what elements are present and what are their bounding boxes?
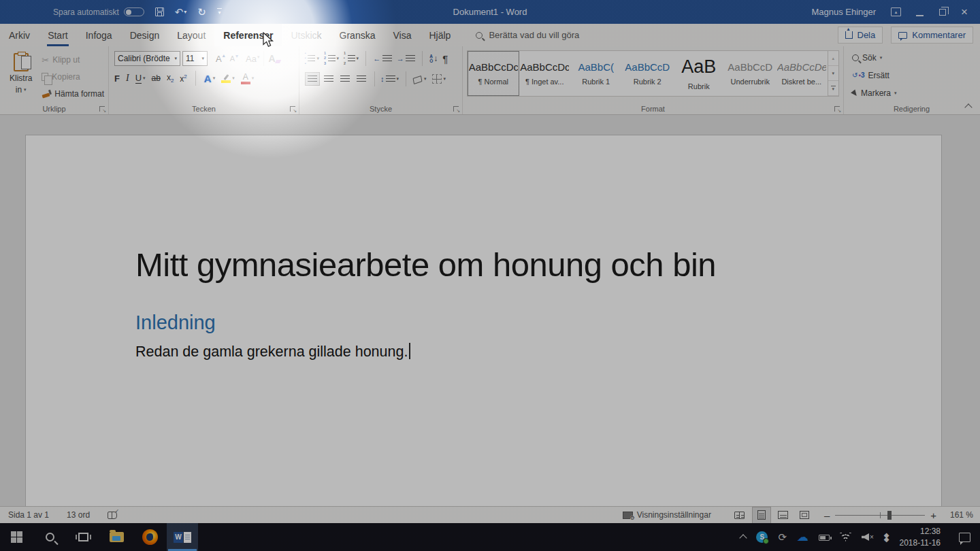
style-rubrik-2[interactable]: AaBbCcDRubrik 2 <box>622 51 674 96</box>
strikethrough-button[interactable]: ab <box>152 73 161 83</box>
grow-font-button[interactable]: A▴ <box>216 54 225 63</box>
share-button[interactable]: Dela <box>838 27 883 44</box>
italic-button[interactable]: I <box>126 73 129 84</box>
wifi-icon[interactable] <box>840 533 851 541</box>
copy-button[interactable]: Kopiera <box>42 70 104 84</box>
restore-button[interactable] <box>939 9 946 16</box>
user-name[interactable]: Magnus Ehinger <box>811 7 876 17</box>
undo-dropdown-icon[interactable]: ▾ <box>184 10 186 15</box>
styles-scroll-down-button[interactable]: ▾ <box>828 66 839 81</box>
undo-button[interactable]: ↶▾ <box>175 7 187 17</box>
show-formatting-marks-button[interactable]: ¶ <box>442 53 448 65</box>
action-center-icon[interactable] <box>959 533 970 542</box>
file-explorer-button[interactable] <box>100 523 133 551</box>
task-view-button[interactable] <box>67 523 100 551</box>
tab-design[interactable]: Design <box>121 24 169 46</box>
cut-button[interactable]: ✂Klipp ut <box>42 53 104 67</box>
increase-indent-button[interactable]: → <box>397 55 416 63</box>
clipboard-dialog-launcher[interactable]: ↘ <box>99 106 105 112</box>
highlight-button[interactable]: ▾ <box>221 71 235 86</box>
battery-icon[interactable] <box>819 535 830 541</box>
onedrive-icon[interactable]: ☁ <box>797 531 808 543</box>
tab-arkiv[interactable]: Arkiv <box>0 24 39 46</box>
minimize-button[interactable] <box>916 8 924 16</box>
shading-button[interactable]: ▾ <box>413 71 427 86</box>
save-icon[interactable] <box>155 7 164 16</box>
styles-dialog-launcher[interactable]: ↘ <box>834 106 840 112</box>
subscript-button[interactable]: x2 <box>167 73 174 84</box>
display-settings-button[interactable]: Visningsinställningar <box>623 510 711 520</box>
bold-button[interactable]: F <box>114 73 120 84</box>
tab-visa[interactable]: Visa <box>384 24 420 46</box>
bullets-button[interactable]: ▪▪▪▾ <box>305 51 319 66</box>
zoom-in-button[interactable]: + <box>925 510 942 520</box>
style-diskret[interactable]: AaBbCcDeDiskret be... <box>776 51 828 96</box>
clear-formatting-button[interactable]: A <box>268 53 275 64</box>
read-mode-button[interactable] <box>730 507 749 524</box>
decrease-indent-button[interactable]: ← <box>373 55 392 63</box>
font-dialog-launcher[interactable]: ↘ <box>290 106 295 112</box>
tray-expand-icon[interactable] <box>740 534 747 541</box>
format-painter-button[interactable]: Hämta format <box>42 86 104 101</box>
document-title[interactable]: Mitt gymnasiearbete om honung och bin <box>135 246 914 284</box>
multilevel-list-button[interactable]: 1▪2▾ <box>344 51 359 66</box>
font-name-select[interactable]: Calibri (Brödte▾ <box>114 51 180 66</box>
underline-button[interactable]: U▾ <box>135 71 146 86</box>
sync-icon[interactable]: ⟳ <box>778 532 787 542</box>
ribbon-display-options-button[interactable]: ▴ <box>891 7 901 16</box>
style-underrubrik[interactable]: AaBbCcDUnderrubrik <box>725 51 777 96</box>
tab-hjalp[interactable]: Hjälp <box>420 24 459 46</box>
tab-referenser[interactable]: Referenser <box>214 24 282 46</box>
firefox-button[interactable] <box>133 523 167 551</box>
page-count[interactable]: Sida 1 av 1 <box>8 510 49 520</box>
taskbar-clock[interactable]: 12:382018-11-16 <box>900 526 941 548</box>
autosave-toggle[interactable]: Spara automatiskt <box>53 7 144 17</box>
document-heading[interactable]: Inledning <box>135 312 941 334</box>
style-no-spacing[interactable]: AaBbCcDc¶ Inget av... <box>519 51 571 96</box>
numbering-button[interactable]: 123▾ <box>324 51 339 66</box>
paste-dropdown-icon[interactable]: ▾ <box>24 87 27 93</box>
select-button[interactable]: Markera▾ <box>852 86 977 101</box>
tab-granska[interactable]: Granska <box>331 24 385 46</box>
styles-scroll-up-button[interactable]: ▴ <box>828 51 839 66</box>
zoom-percentage[interactable]: 161 % <box>942 510 973 520</box>
tab-infoga[interactable]: Infoga <box>77 24 121 46</box>
align-center-button[interactable] <box>321 72 336 86</box>
proofing-icon[interactable] <box>108 512 117 519</box>
zoom-out-button[interactable]: – <box>819 510 835 520</box>
font-size-select[interactable]: 11▾ <box>182 51 208 66</box>
line-spacing-button[interactable]: ↕▾ <box>380 76 399 83</box>
superscript-button[interactable]: x2 <box>180 73 186 84</box>
paste-button[interactable]: Klistra in▾ <box>7 52 35 101</box>
word-taskbar-button[interactable]: W <box>167 523 198 551</box>
find-button[interactable]: Sök▾ <box>852 50 977 65</box>
document-page[interactable]: Mitt gymnasiearbete om honung och bin In… <box>25 135 942 506</box>
align-right-button[interactable] <box>338 72 353 86</box>
justify-button[interactable] <box>354 72 369 86</box>
skype-icon[interactable]: S <box>756 531 768 543</box>
volume-muted-icon[interactable]: × <box>862 533 874 541</box>
align-left-button[interactable] <box>305 72 320 86</box>
shrink-font-button[interactable]: A▾ <box>230 55 238 63</box>
borders-button[interactable]: ▾ <box>432 71 446 86</box>
tab-start[interactable]: Start <box>39 24 77 46</box>
autosave-toggle-switch[interactable] <box>124 7 144 16</box>
styles-more-button[interactable]: ▾ <box>828 81 839 96</box>
text-effects-button[interactable]: A▾ <box>204 71 215 86</box>
style-rubrik-1[interactable]: AaBbC(Rubrik 1 <box>570 51 622 96</box>
redo-button[interactable]: ↻ <box>197 7 206 17</box>
style-rubrik[interactable]: AaBRubrik <box>673 51 725 96</box>
word-count[interactable]: 13 ord <box>67 510 90 520</box>
zoom-slider[interactable] <box>835 515 925 516</box>
dropbox-icon[interactable]: ◆◆ <box>884 533 889 541</box>
paragraph-dialog-launcher[interactable]: ↘ <box>453 106 459 112</box>
close-button[interactable]: × <box>961 6 968 18</box>
customize-qat-button[interactable]: ▾ <box>217 8 222 16</box>
start-button[interactable] <box>0 523 33 551</box>
replace-button[interactable]: ↺▪3Ersätt <box>852 68 977 83</box>
font-color-button[interactable]: A▾ <box>241 71 255 86</box>
taskbar-search-button[interactable] <box>33 523 67 551</box>
fit-page-icon[interactable] <box>800 511 809 519</box>
comments-button[interactable]: Kommentarer <box>891 27 973 44</box>
style-normal[interactable]: AaBbCcDc¶ Normal <box>468 51 519 96</box>
